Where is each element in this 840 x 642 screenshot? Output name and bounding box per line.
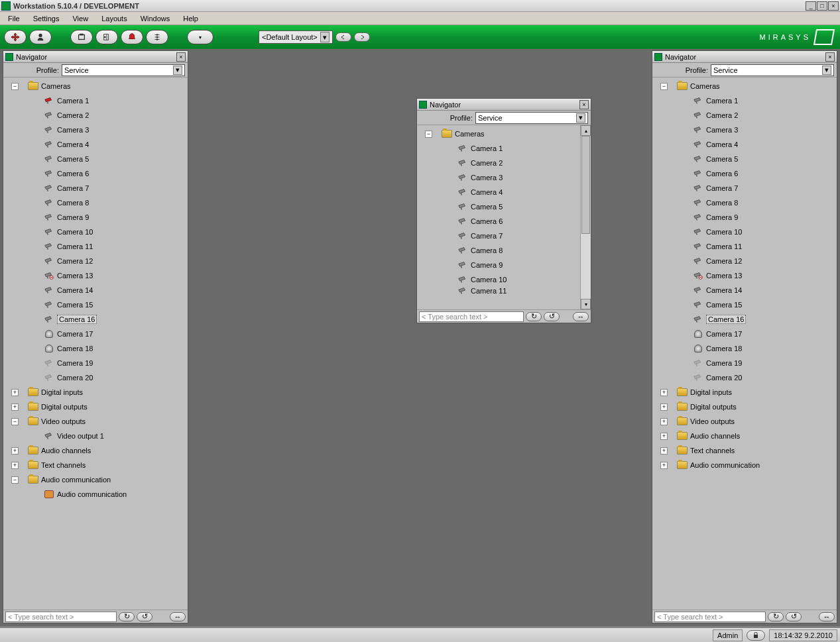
- search-go-button[interactable]: ↔: [819, 612, 835, 621]
- tree[interactable]: −CamerasCamera 1Camera 2Camera 3Camera 4…: [3, 78, 188, 610]
- layout-next-button[interactable]: [354, 32, 370, 42]
- tree-node[interactable]: +Text channels: [654, 443, 835, 458]
- tree-node[interactable]: Camera 11: [418, 287, 579, 295]
- tree-node[interactable]: Camera 9: [654, 210, 835, 225]
- tree-node[interactable]: Camera 8: [418, 243, 579, 258]
- expand-icon[interactable]: +: [660, 447, 668, 455]
- panel-header[interactable]: Navigator ×: [3, 51, 188, 63]
- settings-tool-button[interactable]: [146, 30, 168, 44]
- tree-node[interactable]: Camera 10: [654, 225, 835, 239]
- tree-node[interactable]: Camera 8: [5, 195, 186, 210]
- tree-node[interactable]: +Digital outputs: [5, 400, 186, 414]
- profile-select[interactable]: Service ▾: [475, 112, 588, 124]
- tree-node[interactable]: Camera 10: [418, 272, 579, 287]
- tree-node[interactable]: Camera 5: [5, 152, 186, 166]
- profile-select[interactable]: Service ▾: [62, 64, 185, 76]
- tree-node[interactable]: Camera 13: [654, 268, 835, 283]
- expand-icon[interactable]: +: [660, 418, 668, 425]
- scroll-down-button[interactable]: ▾: [581, 299, 591, 309]
- tree-node[interactable]: Camera 15: [5, 297, 186, 312]
- tree-node[interactable]: Camera 2: [654, 108, 835, 123]
- tree-node[interactable]: Audio communication: [5, 487, 186, 502]
- tree-node[interactable]: Camera 6: [654, 166, 835, 181]
- tree-node[interactable]: Camera 1: [418, 141, 579, 156]
- tree-node[interactable]: Camera 2: [418, 156, 579, 170]
- tree-node[interactable]: Camera 17: [654, 327, 835, 341]
- move-tool-button[interactable]: [4, 30, 27, 44]
- tree-node[interactable]: Camera 7: [5, 181, 186, 195]
- status-lock-button[interactable]: [747, 630, 765, 641]
- collapse-icon[interactable]: −: [660, 83, 668, 90]
- tree-node[interactable]: Camera 19: [654, 356, 835, 370]
- tree-node[interactable]: +Video outputs: [654, 414, 835, 429]
- tree-node[interactable]: Camera 5: [654, 152, 835, 166]
- search-input[interactable]: < Type search text >: [5, 612, 117, 622]
- alarm-tool-button[interactable]: [121, 30, 143, 44]
- expand-icon[interactable]: +: [660, 403, 668, 411]
- playback-tool-button[interactable]: [70, 30, 93, 44]
- tree-node[interactable]: Camera 5: [418, 199, 579, 214]
- panel-close-button[interactable]: ×: [579, 100, 589, 109]
- status-user[interactable]: Admin: [713, 629, 743, 641]
- collapse-icon[interactable]: −: [425, 131, 432, 138]
- tree-node[interactable]: Video output 1: [5, 429, 186, 443]
- tree-node[interactable]: Camera 4: [654, 137, 835, 152]
- panel-close-button[interactable]: ×: [825, 52, 835, 62]
- maximize-button[interactable]: □: [817, 1, 827, 11]
- tree-node[interactable]: Camera 20: [5, 370, 186, 385]
- tree-node[interactable]: Camera 19: [5, 356, 186, 370]
- tree-node[interactable]: Camera 11: [654, 239, 835, 254]
- tree-node[interactable]: +Text channels: [5, 458, 186, 472]
- tree-node[interactable]: Camera 17: [5, 327, 186, 341]
- panel-header[interactable]: Navigator ×: [417, 99, 591, 111]
- tree-node[interactable]: Camera 14: [5, 283, 186, 297]
- tree-node[interactable]: Camera 3: [5, 123, 186, 137]
- tree-node[interactable]: +Audio channels: [654, 429, 835, 443]
- tree-node[interactable]: −Video outputs: [5, 414, 186, 429]
- navigator-panel-floating[interactable]: Navigator × Profile: Service ▾ −CamerasC…: [416, 98, 591, 323]
- tree-node[interactable]: −Cameras: [654, 79, 835, 93]
- tree-node[interactable]: Camera 16: [654, 312, 835, 327]
- tree-node[interactable]: Camera 18: [654, 341, 835, 356]
- tree-node[interactable]: Camera 12: [5, 254, 186, 268]
- tree-node[interactable]: Camera 6: [5, 166, 186, 181]
- menu-settings[interactable]: Settings: [28, 13, 65, 24]
- tree-node[interactable]: Camera 14: [654, 283, 835, 297]
- search-prev-button[interactable]: ↺: [544, 312, 560, 321]
- search-prev-button[interactable]: ↺: [137, 612, 152, 621]
- expand-icon[interactable]: +: [11, 403, 19, 411]
- tree-node[interactable]: Camera 16: [5, 312, 186, 327]
- tree[interactable]: −CamerasCamera 1Camera 2Camera 3Camera 4…: [417, 125, 580, 309]
- search-next-button[interactable]: ↻: [119, 612, 135, 621]
- scroll-track[interactable]: [581, 136, 591, 299]
- tree-node[interactable]: Camera 18: [5, 341, 186, 356]
- panel-close-button[interactable]: ×: [176, 52, 186, 62]
- tree-node[interactable]: +Audio communication: [654, 458, 835, 472]
- tree-node[interactable]: Camera 9: [5, 210, 186, 225]
- search-input[interactable]: < Type search text >: [419, 311, 524, 322]
- expand-icon[interactable]: +: [660, 462, 668, 469]
- tree-node[interactable]: Camera 2: [5, 108, 186, 123]
- search-go-button[interactable]: ↔: [573, 312, 589, 321]
- tree-node[interactable]: Camera 6: [418, 214, 579, 229]
- tree-node[interactable]: −Cameras: [5, 79, 186, 93]
- minimize-button[interactable]: _: [806, 1, 816, 11]
- tree-node[interactable]: Camera 12: [654, 254, 835, 268]
- collapse-icon[interactable]: −: [11, 418, 19, 425]
- menu-file[interactable]: File: [3, 13, 25, 24]
- collapse-icon[interactable]: −: [11, 83, 19, 90]
- search-next-button[interactable]: ↻: [768, 612, 784, 621]
- search-next-button[interactable]: ↻: [526, 312, 542, 321]
- export-tool-button[interactable]: [95, 30, 118, 44]
- menu-windows[interactable]: Windows: [135, 13, 176, 24]
- tree-node[interactable]: Camera 11: [5, 239, 186, 254]
- tree-node[interactable]: Camera 13: [5, 268, 186, 283]
- tree-node[interactable]: Camera 20: [654, 370, 835, 385]
- tree-node[interactable]: −Audio communication: [5, 472, 186, 487]
- tree-node[interactable]: +Audio channels: [5, 443, 186, 458]
- search-go-button[interactable]: ↔: [170, 612, 186, 621]
- expand-icon[interactable]: +: [660, 433, 668, 440]
- tree-node[interactable]: +Digital outputs: [654, 400, 835, 414]
- menu-layouts[interactable]: Layouts: [96, 13, 133, 24]
- menu-view[interactable]: View: [67, 13, 93, 24]
